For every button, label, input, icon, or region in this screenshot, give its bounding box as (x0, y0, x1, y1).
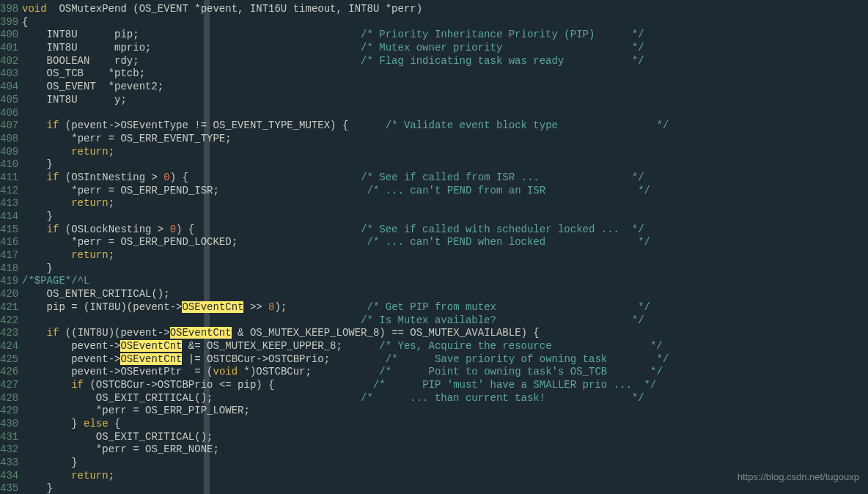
line-number: 417 (0, 249, 22, 262)
line-number: 435 (0, 482, 22, 494)
line-number: 415 (0, 224, 22, 237)
comment: /* ... can't PEND when locked */ (367, 236, 650, 248)
keyword: return (71, 470, 108, 482)
line-content: INT8U y; (22, 94, 127, 107)
code-line[interactable]: 398void OSMutexPend (OS_EVENT *pevent, I… (0, 3, 868, 16)
code-line[interactable]: 413 return; (0, 197, 868, 210)
code-line[interactable]: 405 INT8U y; (0, 94, 868, 107)
code-line[interactable]: 431 OS_EXIT_CRITICAL(); (0, 431, 868, 444)
line-number: 425 (0, 353, 22, 366)
code-line[interactable]: 406 (0, 107, 868, 120)
code-line[interactable]: 428 OS_EXIT_CRITICAL(); /* ... than curr… (0, 392, 868, 405)
line-number: 419 (0, 275, 22, 288)
line-content: if (OSIntNesting > 0) { /* See if called… (22, 172, 644, 185)
code-line[interactable]: 409 return; (0, 146, 868, 159)
line-content: pevent->OSEventCnt |= OSTCBCur->OSTCBPri… (22, 353, 669, 366)
line-number: 407 (0, 119, 22, 133)
line-number: 406 (0, 107, 22, 120)
code-line[interactable]: 400 INT8U pip; /* Priority Inheritance P… (0, 29, 868, 42)
line-number: 405 (0, 94, 22, 107)
comment: /* Flag indicating task was ready */ (361, 55, 644, 67)
line-content: } else { (22, 418, 120, 431)
line-content: void OSMutexPend (OS_EVENT *pevent, INT1… (22, 3, 422, 16)
comment: /* ... can't PEND from an ISR */ (367, 185, 650, 196)
code-line[interactable]: 426 pevent->OSEventPtr = (void *)OSTCBCu… (0, 366, 868, 379)
line-number: 432 (0, 443, 22, 457)
line-content: } (22, 457, 78, 470)
keyword: void (22, 3, 47, 15)
code-line[interactable]: 404 OS_EVENT *pevent2; (0, 81, 868, 94)
line-number: 402 (0, 55, 22, 68)
line-content: { (22, 16, 28, 29)
watermark-text: https://blog.csdn.net/tugouxp (738, 471, 859, 484)
line-number: 429 (0, 405, 22, 418)
line-number: 401 (0, 42, 22, 55)
code-line[interactable]: 427 if (OSTCBCur->OSTCBPrio <= pip) { /*… (0, 379, 868, 392)
line-content: return; (22, 249, 114, 262)
code-line[interactable]: 410 } (0, 158, 868, 172)
code-line[interactable]: 416 *perr = OS_ERR_PEND_LOCKED; /* ... c… (0, 236, 868, 249)
code-line[interactable]: 412 *perr = OS_ERR_PEND_ISR; /* ... can'… (0, 185, 868, 198)
keyword: if (47, 172, 59, 183)
code-line[interactable]: 422 /* Is Mutex available? */ (0, 314, 868, 328)
code-line[interactable]: 403 OS_TCB *ptcb; (0, 67, 868, 81)
comment: /* Priority Inheritance Priority (PIP) *… (361, 29, 644, 40)
code-line[interactable]: 419/*$PAGE*/^L (0, 275, 868, 288)
comment: /* Validate event block type */ (386, 119, 669, 131)
line-content: *perr = OS_ERR_EVENT_TYPE; (22, 133, 232, 146)
line-content: return; (22, 197, 114, 210)
comment: /* Save priority of owning task */ (386, 353, 669, 365)
keyword: return (71, 249, 108, 261)
code-line[interactable]: 401 INT8U mprio; /* Mutex owner priority… (0, 42, 868, 55)
line-content: } (22, 482, 53, 494)
code-line[interactable]: 417 return; (0, 249, 868, 262)
keyword: if (47, 224, 59, 235)
code-line[interactable]: 424 pevent->OSEventCnt &= OS_MUTEX_KEEP_… (0, 340, 868, 353)
line-number: 423 (0, 327, 22, 340)
line-content: if ((INT8U)(pevent->OSEventCnt & OS_MUTE… (22, 327, 540, 340)
comment: /* PIP 'must' have a SMALLER prio ... */ (373, 379, 656, 391)
line-content: pip = (INT8U)(pevent->OSEventCnt >> 8); … (22, 301, 650, 314)
search-highlight: OSEventCnt (120, 340, 182, 352)
line-number: 409 (0, 146, 22, 159)
keyword: return (71, 197, 108, 209)
code-line[interactable]: 414 } (0, 210, 868, 224)
code-line[interactable]: 430 } else { (0, 418, 868, 431)
keyword: if (71, 379, 84, 391)
line-content: } (22, 210, 53, 224)
line-content: OS_ENTER_CRITICAL(); (22, 288, 170, 301)
line-content: *perr = OS_ERR_PEND_ISR; /* ... can't PE… (22, 185, 650, 198)
code-line[interactable]: 399{ (0, 16, 868, 29)
line-content: pevent->OSEventPtr = (void *)OSTCBCur; /… (22, 366, 663, 379)
code-line[interactable]: 425 pevent->OSEventCnt |= OSTCBCur->OSTC… (0, 353, 868, 366)
line-number: 433 (0, 457, 22, 470)
line-number: 408 (0, 133, 22, 146)
line-number: 427 (0, 379, 22, 392)
code-line[interactable]: 411 if (OSIntNesting > 0) { /* See if ca… (0, 172, 868, 185)
code-line[interactable]: 433 } (0, 457, 868, 470)
code-line[interactable]: 420 OS_ENTER_CRITICAL(); (0, 288, 868, 301)
search-highlight: OSEventCnt (182, 301, 243, 313)
line-content: pevent->OSEventCnt &= OS_MUTEX_KEEP_UPPE… (22, 340, 663, 353)
comment: /* Point to owning task's OS_TCB */ (379, 366, 662, 377)
comment: /* Is Mutex available? */ (361, 314, 644, 326)
code-line[interactable]: 432 *perr = OS_ERR_NONE; (0, 443, 868, 457)
code-line[interactable]: 415 if (OSLockNesting > 0) { /* See if c… (0, 224, 868, 237)
line-number: 398 (0, 3, 22, 16)
code-line[interactable]: 402 BOOLEAN rdy; /* Flag indicating task… (0, 55, 868, 68)
code-line[interactable]: 418 } (0, 262, 868, 276)
code-line[interactable]: 421 pip = (INT8U)(pevent->OSEventCnt >> … (0, 301, 868, 314)
line-content: OS_EXIT_CRITICAL(); (22, 431, 213, 444)
keyword: if (47, 327, 59, 339)
keyword: return (71, 146, 108, 158)
code-line[interactable]: 407 if (pevent->OSEventType != OS_EVENT_… (0, 119, 868, 133)
code-line[interactable]: 408 *perr = OS_ERR_EVENT_TYPE; (0, 133, 868, 146)
line-content: return; (22, 470, 114, 483)
line-number: 430 (0, 418, 22, 431)
code-line[interactable]: 423 if ((INT8U)(pevent->OSEventCnt & OS_… (0, 327, 868, 340)
code-line[interactable]: 435 } (0, 482, 868, 494)
code-line[interactable]: 429 *perr = OS_ERR_PIP_LOWER; (0, 405, 868, 418)
comment: /* ... than current task! */ (361, 392, 644, 404)
line-number: 413 (0, 197, 22, 210)
line-number: 412 (0, 185, 22, 198)
